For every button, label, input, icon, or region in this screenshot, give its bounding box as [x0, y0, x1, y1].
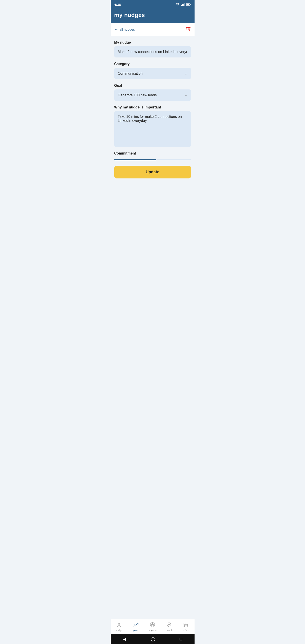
svg-rect-14	[184, 623, 186, 624]
nav-label-nudge: nudge	[116, 629, 122, 632]
bottom-nav: nudge plan progress	[111, 619, 194, 634]
nav-label-coach: coach	[166, 629, 172, 632]
svg-rect-5	[190, 4, 190, 5]
page-title: my nudges	[114, 12, 191, 18]
wifi-icon	[176, 3, 180, 6]
svg-point-9	[152, 624, 153, 625]
nav-bar: ← all nudges	[111, 23, 194, 36]
status-icons	[176, 3, 191, 6]
status-bar: 4:38	[111, 0, 194, 9]
svg-rect-6	[186, 4, 189, 5]
back-label: all nudges	[120, 28, 135, 31]
why-label: Why my nudge is important	[114, 105, 191, 109]
goal-chevron-icon: ⌄	[184, 93, 188, 97]
nav-label-plan: plan	[134, 629, 138, 632]
commitment-bar-fill	[114, 159, 156, 160]
nudge-group: My nudge	[114, 40, 191, 58]
goal-value: Generate 100 new leads	[118, 93, 157, 97]
update-button[interactable]: Update	[114, 166, 191, 178]
form-content: My nudge Category Communication ⌄ Goal G…	[111, 36, 194, 183]
why-textarea[interactable]	[114, 111, 191, 147]
coach-icon	[166, 622, 172, 628]
category-select[interactable]: Communication ⌄	[114, 68, 191, 79]
nudge-icon	[116, 622, 122, 628]
back-button[interactable]: ← all nudges	[114, 27, 186, 32]
android-back-button[interactable]: ◀	[123, 636, 126, 642]
nudge-input[interactable]	[114, 46, 191, 58]
goal-group: Goal Generate 100 new leads ⌄	[114, 84, 191, 101]
nav-label-progress: progress	[148, 629, 158, 632]
category-group: Category Communication ⌄	[114, 62, 191, 79]
delete-button[interactable]	[186, 26, 191, 33]
category-value: Communication	[118, 72, 143, 76]
commitment-label: Commitment	[114, 152, 191, 156]
svg-rect-11	[168, 623, 170, 624]
app-header: my nudges	[111, 9, 194, 23]
svg-rect-16	[184, 626, 185, 626]
svg-rect-1	[182, 4, 183, 6]
nav-item-plan[interactable]: plan	[128, 622, 144, 632]
main-content: ← all nudges My nudge Category Communica…	[111, 23, 194, 619]
android-home-button[interactable]: ◯	[151, 636, 155, 642]
goal-label: Goal	[114, 84, 191, 88]
signal-icon	[181, 3, 185, 6]
android-recents-button[interactable]: □	[180, 637, 182, 642]
svg-rect-0	[181, 5, 182, 6]
progress-icon	[149, 622, 156, 628]
category-label: Category	[114, 62, 191, 66]
status-time: 4:38	[114, 3, 121, 6]
svg-rect-2	[183, 4, 184, 6]
nav-label-reflect: reflect	[183, 629, 190, 632]
plan-icon	[132, 622, 139, 628]
nudge-label: My nudge	[114, 40, 191, 44]
goal-select[interactable]: Generate 100 new leads ⌄	[114, 90, 191, 101]
svg-rect-15	[184, 624, 187, 625]
svg-rect-3	[184, 3, 184, 6]
reflect-icon	[183, 622, 189, 628]
why-group: Why my nudge is important	[114, 105, 191, 147]
chevron-down-icon: ⌄	[184, 71, 188, 76]
back-arrow-icon: ←	[114, 27, 118, 32]
nav-item-progress[interactable]: progress	[144, 622, 161, 632]
commitment-bar	[114, 159, 191, 160]
android-nav: ◀ ◯ □	[111, 634, 194, 644]
commitment-group: Commitment	[114, 152, 191, 160]
battery-icon	[186, 3, 191, 6]
nav-item-coach[interactable]: coach	[161, 622, 178, 632]
nav-item-nudge[interactable]: nudge	[111, 622, 128, 632]
svg-point-7	[118, 623, 120, 625]
nav-item-reflect[interactable]: reflect	[178, 622, 194, 632]
